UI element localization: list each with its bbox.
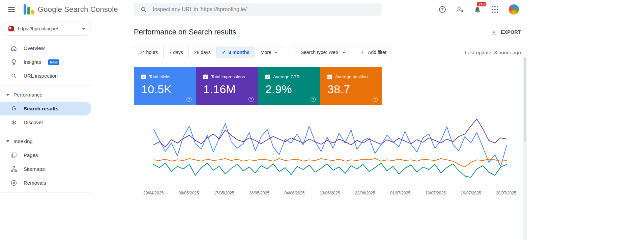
page-header: Performance on Search results EXPORT <box>134 28 521 36</box>
notifications-button[interactable]: 213 <box>473 5 481 14</box>
sidebar-group-indexing[interactable]: Indexing <box>0 134 101 148</box>
sidebar-group-performance[interactable]: Performance <box>0 88 101 102</box>
url-inspect-input[interactable] <box>152 6 376 13</box>
manage-accounts-button[interactable] <box>456 5 464 14</box>
main-content: Performance on Search results EXPORT 24 … <box>101 19 644 240</box>
date-range-3-months[interactable]: ✓ 3 months <box>216 47 255 58</box>
page-title: Performance on Search results <box>134 28 236 36</box>
export-button[interactable]: EXPORT <box>491 29 521 35</box>
metric-value: 2.9% <box>265 83 320 96</box>
sidebar-item-label: Insights <box>24 59 41 65</box>
account-avatar[interactable] <box>508 4 519 15</box>
sidebar-item-sitemaps[interactable]: Sitemaps <box>0 162 101 176</box>
date-range-7-days[interactable]: 7 days <box>163 47 188 58</box>
site-favicon <box>8 26 14 31</box>
date-range-24-hours[interactable]: 24 hours <box>134 47 163 58</box>
check-icon: ✓ <box>204 75 207 79</box>
sidebar: https://hproofing.ie/ Overview Insights … <box>0 19 101 240</box>
date-range-28-days[interactable]: 28 days <box>188 47 216 58</box>
sidebar-item-removals[interactable]: Removals <box>0 176 101 190</box>
card-total-clicks[interactable]: ✓ Total clicks 10.5K ? <box>134 67 196 105</box>
question-icon[interactable]: ? <box>373 97 378 102</box>
x-axis: 29/04/202508/05/202517/05/202526/05/2025… <box>134 188 521 195</box>
menu-icon[interactable] <box>8 7 15 12</box>
card-average-position[interactable]: ✓ Average position 38.7 ? <box>320 67 382 105</box>
x-axis-label: 17/05/2025 <box>214 191 234 195</box>
metric-value: 38.7 <box>327 83 382 96</box>
x-axis-label: 08/05/2025 <box>179 191 199 195</box>
app-logo: Google Search Console <box>24 4 118 15</box>
metric-label: Total impressions <box>211 74 245 79</box>
question-icon[interactable]: ? <box>186 97 192 102</box>
x-axis-label: 29/04/2025 <box>143 191 164 195</box>
series-average-ctr <box>153 163 507 177</box>
x-axis-label: 22/06/2025 <box>355 191 375 195</box>
chip-label: Add filter <box>368 50 386 55</box>
sidebar-item-label: Search results <box>24 106 58 111</box>
help-button[interactable]: ? <box>438 5 446 14</box>
magnifier-icon <box>10 72 18 80</box>
metric-label: Average CTR <box>273 74 300 79</box>
topbar: Google Search Console ? 213 <box>0 0 644 19</box>
sidebar-item-label: Overview <box>24 45 45 51</box>
check-icon: ✓ <box>142 75 145 79</box>
segment-label: 28 days <box>194 50 211 55</box>
sidebar-item-label: Sitemaps <box>24 166 45 172</box>
segment-label: 3 months <box>229 50 250 55</box>
lightbulb-icon <box>10 58 18 66</box>
chevron-down-icon <box>82 28 85 30</box>
search-console-logo-icon <box>24 4 34 15</box>
x-axis-label: 01/07/2025 <box>390 191 410 195</box>
apps-grid-icon <box>492 6 498 13</box>
notification-badge: 213 <box>476 1 487 7</box>
sidebar-item-pages[interactable]: Pages <box>0 148 101 162</box>
apps-grid-button[interactable] <box>491 5 499 14</box>
pages-icon <box>10 152 18 159</box>
topbar-actions: ? 213 <box>438 0 519 19</box>
scrollbar-thumb[interactable] <box>524 57 526 142</box>
x-axis-label: 26/05/2025 <box>249 191 269 195</box>
sidebar-item-search-results[interactable]: G Search results <box>0 102 91 115</box>
card-average-ctr[interactable]: ✓ Average CTR 2.9% ? <box>258 67 320 105</box>
url-inspection-searchbar[interactable] <box>134 3 382 16</box>
last-update-text: Last update: 3 hours ago <box>465 50 521 55</box>
scrollbar-track[interactable] <box>523 57 527 240</box>
x-axis-label: 19/07/2025 <box>461 191 481 195</box>
sidebar-item-overview[interactable]: Overview <box>0 41 101 55</box>
export-label: EXPORT <box>501 29 521 35</box>
sidebar-item-label: Removals <box>24 180 46 186</box>
discover-asterisk-icon <box>10 119 18 126</box>
x-axis-label: 04/06/2025 <box>284 191 304 195</box>
card-total-impressions[interactable]: ✓ Total impressions 1.16M ? <box>196 67 258 105</box>
x-axis-label: 28/07/2025 <box>496 191 516 195</box>
filter-bar: 24 hours 7 days 28 days ✓ 3 months More … <box>134 47 521 58</box>
person-gear-icon <box>456 5 464 14</box>
sidebar-item-discover[interactable]: Discover <box>0 115 101 129</box>
property-selector[interactable]: https://hproofing.ie/ <box>3 22 91 36</box>
chevron-down-icon <box>342 52 346 53</box>
metric-checkbox[interactable]: ✓ <box>203 75 208 79</box>
search-type-filter[interactable]: Search type: Web <box>295 47 351 58</box>
download-icon <box>491 29 497 35</box>
chart-canvas <box>134 111 521 187</box>
metric-checkbox[interactable]: ✓ <box>327 75 332 79</box>
sidebar-item-url-inspection[interactable]: URL inspection <box>0 69 101 83</box>
date-range-control: 24 hours 7 days 28 days ✓ 3 months More <box>134 47 283 58</box>
metric-value: 10.5K <box>141 83 196 96</box>
question-icon[interactable]: ? <box>311 97 316 102</box>
metric-label: Average position <box>335 74 368 79</box>
metric-checkbox[interactable]: ✓ <box>141 75 146 79</box>
divider <box>0 132 91 132</box>
date-range-more[interactable]: More <box>255 47 283 58</box>
search-icon <box>140 6 147 13</box>
sidebar-item-insights[interactable]: Insights New <box>0 55 101 69</box>
caret-down-icon <box>6 140 9 142</box>
question-icon[interactable]: ? <box>248 97 254 102</box>
performance-chart: 29/04/202508/05/202517/05/202526/05/2025… <box>134 111 521 195</box>
plus-icon: + <box>360 49 364 55</box>
add-filter-button[interactable]: + Add filter <box>355 47 392 58</box>
metric-value: 1.16M <box>203 83 258 96</box>
metric-cards: ✓ Total clicks 10.5K ? ✓ Total impressio… <box>134 67 521 105</box>
segment-label: 24 hours <box>140 50 158 55</box>
metric-checkbox[interactable]: ✓ <box>265 75 270 79</box>
